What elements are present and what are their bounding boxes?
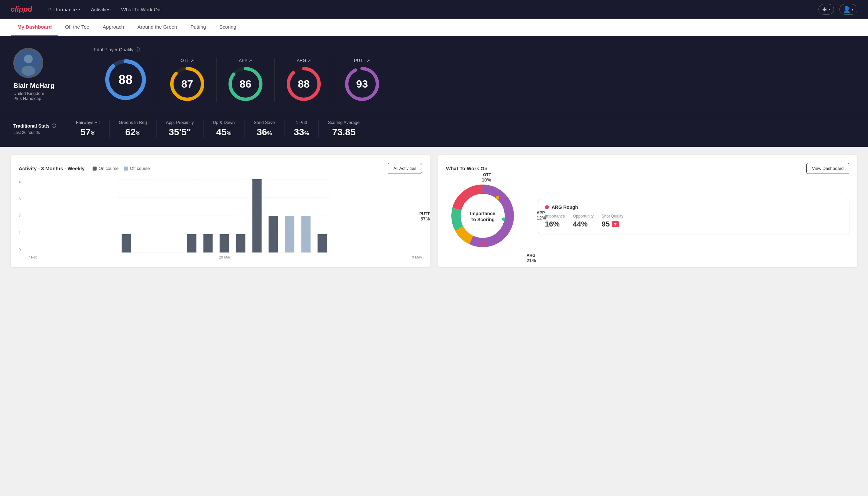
bottom-section: Activity - 3 Months - Weekly On course O…	[0, 147, 868, 275]
svg-point-8	[171, 83, 173, 85]
stat-fairways-hit-label: Fairways Hit	[76, 120, 100, 125]
stat-greens-in-reg-label: Greens In Reg	[119, 120, 147, 125]
activity-card-title: Activity - 3 Months - Weekly	[19, 166, 84, 171]
arg-stat-shot-quality: Shot Quality 95 ▼	[601, 214, 623, 229]
bar-6-oncourse	[204, 234, 213, 252]
player-country: United Kingdom	[13, 91, 80, 96]
tab-my-dashboard[interactable]: My Dashboard	[11, 19, 58, 36]
work-content: OTT 10% APP 12% ARG 21% PUTT	[446, 179, 849, 254]
arg-stat-importance: Importance 16%	[545, 214, 565, 229]
arg-stat-opportunity: Opportunity 44%	[573, 214, 594, 229]
tpq-section: Total Player Quality ⓘ 88	[93, 47, 855, 102]
user-icon: 👤	[843, 6, 850, 13]
nav-links: Performance ▾ Activities What To Work On	[48, 7, 160, 12]
stat-one-putt-value: 33%	[294, 127, 309, 138]
stat-items-container: Fairways Hit 57% Greens In Reg 62% App. …	[67, 120, 855, 138]
user-menu-button[interactable]: 👤 ▾	[839, 4, 857, 15]
nav-performance[interactable]: Performance ▾	[48, 7, 80, 12]
arg-donut-label: ARG 21%	[526, 253, 536, 263]
stat-sand-save: Sand Save 36%	[244, 120, 285, 138]
nav-activities[interactable]: Activities	[91, 7, 111, 12]
help-icon[interactable]: ⓘ	[52, 123, 56, 129]
svg-point-17	[345, 83, 348, 85]
legend-off-course: Off course	[124, 166, 150, 171]
bar-13-oncourse	[318, 234, 327, 252]
svg-point-1	[24, 55, 33, 63]
trad-stats-subtext: Last 20 rounds	[13, 130, 67, 135]
bar-11-offcourse	[285, 216, 295, 252]
putt-donut-label: PUTT 57%	[419, 212, 430, 221]
stat-up-and-down-label: Up & Down	[213, 120, 235, 125]
arg-detail-header: ARG Rough	[545, 204, 842, 210]
plus-icon: ⊕	[822, 6, 827, 13]
svg-point-14	[287, 83, 290, 85]
svg-point-28	[481, 188, 484, 191]
hero-section: Blair McHarg United Kingdom Plus Handica…	[0, 36, 868, 113]
bar-chart-svg	[28, 179, 422, 252]
bar-10-oncourse	[269, 216, 278, 252]
stat-scoring-average-label: Scoring Average	[328, 120, 360, 125]
tpq-label: Total Player Quality ⓘ	[93, 47, 855, 52]
view-dashboard-button[interactable]: View Dashboard	[806, 163, 849, 174]
gauge-app-value: 86	[239, 78, 251, 90]
gauge-ott-value: 87	[181, 78, 193, 90]
donut-center-label: Importance To Scoring	[470, 211, 495, 222]
arg-detail-title: ARG Rough	[552, 204, 578, 210]
svg-point-5	[106, 78, 109, 81]
svg-point-2	[21, 66, 35, 76]
app-donut-label: APP 12%	[537, 211, 546, 220]
gauge-ott-label: OTT ↗	[180, 58, 194, 63]
activity-legend: On course Off course	[93, 166, 150, 171]
tab-putting[interactable]: Putting	[184, 19, 213, 36]
stat-scoring-average: Scoring Average 73.85	[319, 120, 369, 138]
add-button[interactable]: ⊕ ▾	[818, 4, 834, 15]
arrow-up-icon: ↗	[307, 58, 311, 63]
add-chevron-icon: ▾	[828, 7, 830, 12]
stat-greens-in-reg-value: 62%	[125, 127, 140, 138]
avatar	[13, 48, 43, 78]
y-axis: 0 1 2 3 4	[19, 179, 21, 252]
stat-up-and-down: Up & Down 45%	[204, 120, 244, 138]
bar-9-oncourse	[252, 179, 262, 252]
tab-approach[interactable]: Approach	[96, 19, 130, 36]
x-axis-labels: 7 Feb 28 Mar 9 May	[28, 254, 422, 259]
bar-8-oncourse	[236, 234, 246, 252]
work-on-card-header: What To Work On View Dashboard	[446, 163, 849, 174]
stat-fairways-hit-value: 57%	[80, 127, 95, 138]
nav-what-to-work-on[interactable]: What To Work On	[121, 7, 160, 12]
help-icon[interactable]: ⓘ	[136, 47, 140, 52]
gauge-arg: ARG ↗ 88	[275, 58, 333, 102]
brand-logo[interactable]: clippd	[11, 5, 32, 14]
bar-12-offcourse	[301, 216, 311, 252]
player-handicap: Plus Handicap	[13, 96, 80, 101]
stat-one-putt-label: 1 Putt	[296, 120, 307, 125]
bar-1-oncourse	[122, 234, 131, 252]
stat-app-proximity-value: 35'5"	[169, 127, 191, 138]
svg-point-11	[229, 83, 232, 85]
nav-right: ⊕ ▾ 👤 ▾	[818, 4, 857, 15]
stat-up-and-down-value: 45%	[216, 127, 231, 138]
stat-scoring-average-value: 73.85	[332, 127, 356, 138]
chevron-down-icon: ▾	[78, 7, 80, 12]
gauge-putt-label: PUTT ↗	[354, 58, 370, 63]
arg-detail-dot	[545, 205, 549, 209]
gauge-arg-label: ARG ↗	[297, 58, 311, 63]
down-arrow-badge: ▼	[612, 221, 619, 227]
bar-chart-container: 0 1 2 3 4	[19, 179, 422, 259]
work-on-card: What To Work On View Dashboard OTT 10% A…	[438, 155, 857, 267]
trad-stats-label: Traditional Stats ⓘ Last 20 rounds	[13, 123, 67, 135]
gauge-total-value: 88	[119, 73, 132, 87]
tab-off-the-tee[interactable]: Off the Tee	[58, 19, 96, 36]
gauge-app: APP ↗ 86	[217, 58, 275, 102]
player-info: Blair McHarg United Kingdom Plus Handica…	[13, 48, 80, 101]
activity-card-header: Activity - 3 Months - Weekly On course O…	[19, 163, 422, 174]
tab-around-the-green[interactable]: Around the Green	[130, 19, 184, 36]
arg-detail-card: ARG Rough Importance 16% Opportunity 44%…	[538, 199, 849, 234]
all-activities-button[interactable]: All Activities	[388, 163, 422, 174]
stat-app-proximity: App. Proximity 35'5"	[157, 120, 204, 138]
gauge-app-label: APP ↗	[239, 58, 252, 63]
top-navigation: clippd Performance ▾ Activities What To …	[0, 0, 868, 19]
arg-detail-area: ARG Rough Importance 16% Opportunity 44%…	[538, 199, 849, 234]
tab-scoring[interactable]: Scoring	[212, 19, 243, 36]
stat-sand-save-value: 36%	[257, 127, 272, 138]
